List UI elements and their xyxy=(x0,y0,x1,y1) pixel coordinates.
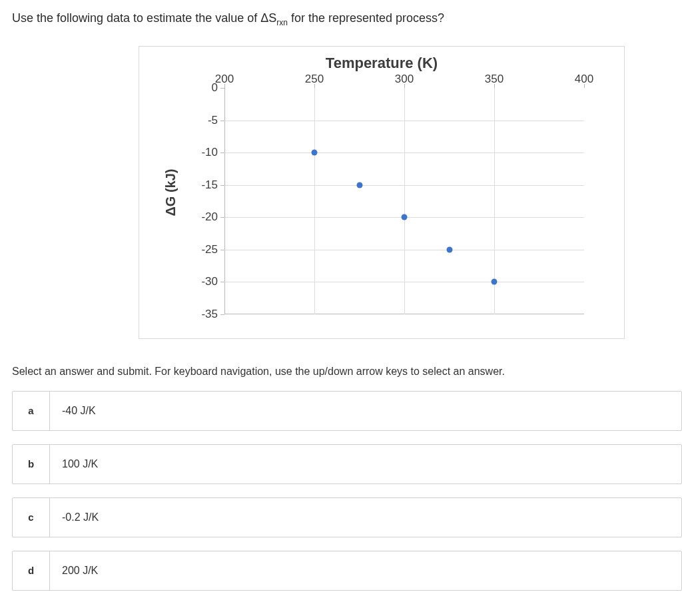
gridline-horizontal xyxy=(224,153,584,153)
gridline-horizontal xyxy=(224,185,584,186)
gridline-vertical xyxy=(404,88,405,314)
gridline-horizontal xyxy=(224,250,584,250)
question-subscript: rxn xyxy=(276,18,288,27)
option-key: a xyxy=(13,392,50,430)
data-point xyxy=(402,214,408,220)
y-tick-label: -15 xyxy=(201,178,224,192)
instruction-text: Select an answer and submit. For keyboar… xyxy=(12,366,682,378)
chart-title: Temperature (K) xyxy=(139,55,624,72)
question-text: Use the following data to estimate the v… xyxy=(12,9,682,29)
question-prefix: Use the following data to estimate the v… xyxy=(12,11,260,25)
option-label: 100 J/K xyxy=(50,458,98,470)
y-tick-label: -5 xyxy=(208,114,224,127)
question-suffix: for the represented process? xyxy=(288,11,444,25)
option-label: 200 J/K xyxy=(50,565,98,577)
y-tick-label: -30 xyxy=(201,275,224,288)
answer-options: a-40 J/Kb100 J/Kc-0.2 J/Kd200 J/K xyxy=(12,391,682,591)
answer-option-a[interactable]: a-40 J/K xyxy=(12,391,682,431)
y-tick-label: -10 xyxy=(201,146,224,159)
y-tick-label: -20 xyxy=(201,210,224,224)
answer-option-b[interactable]: b100 J/K xyxy=(12,444,682,484)
option-key: c xyxy=(13,498,50,537)
data-point xyxy=(312,150,318,156)
data-point xyxy=(492,279,498,285)
x-tick-label: 250 xyxy=(305,73,324,86)
chart-container: Temperature (K) ΔG (kJ) 2002503003504000… xyxy=(139,46,625,339)
option-label: -0.2 J/K xyxy=(50,511,99,523)
y-tick-label: -35 xyxy=(201,308,224,321)
option-key: b xyxy=(13,445,50,483)
data-point xyxy=(356,182,362,188)
x-tick-label: 300 xyxy=(395,73,414,86)
option-key: d xyxy=(13,551,50,590)
y-tick-label: 0 xyxy=(212,81,224,95)
question-delta: ΔS xyxy=(260,11,276,25)
y-axis-label: ΔG (kJ) xyxy=(163,168,178,216)
y-tick-label: -25 xyxy=(201,243,224,256)
gridline-horizontal xyxy=(224,282,584,282)
gridline-vertical xyxy=(314,88,315,314)
chart-plot-area: 2002503003504000-5-10-15-20-25-30-35 xyxy=(224,88,584,314)
answer-option-c[interactable]: c-0.2 J/K xyxy=(12,497,682,537)
x-tick-label: 400 xyxy=(575,73,593,86)
answer-option-d[interactable]: d200 J/K xyxy=(12,551,682,591)
gridline-horizontal xyxy=(224,121,584,121)
x-tick-label: 350 xyxy=(485,73,504,86)
data-point xyxy=(446,246,452,252)
option-label: -40 J/K xyxy=(50,405,96,417)
